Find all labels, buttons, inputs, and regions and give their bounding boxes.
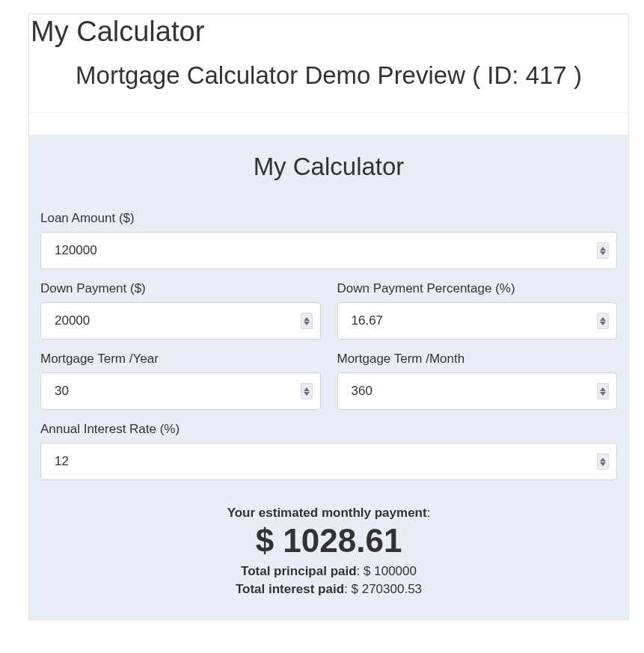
total-principal-value: : $ 100000 — [357, 564, 417, 578]
loan-amount-input-wrap[interactable] — [40, 232, 617, 269]
header-block: My Calculator Mortgage Calculator Demo P… — [29, 14, 628, 112]
total-interest-line: Total interest paid: $ 270300.53 — [40, 582, 617, 597]
loan-amount-input[interactable] — [55, 243, 603, 258]
term-month-field: Mortgage Term /Month — [337, 352, 618, 410]
term-year-label: Mortgage Term /Year — [40, 352, 321, 367]
page-subtitle: Mortgage Calculator Demo Preview ( ID: 4… — [29, 61, 628, 90]
calculator-panel: My Calculator Loan Amount ($) Down Payme… — [29, 135, 628, 619]
interest-rate-label: Annual Interest Rate (%) — [40, 422, 617, 437]
calculator-title: My Calculator — [40, 153, 617, 181]
term-month-label: Mortgage Term /Month — [337, 352, 618, 367]
interest-rate-field: Annual Interest Rate (%) — [40, 422, 617, 480]
spinner-icon[interactable] — [301, 313, 313, 329]
spinner-icon[interactable] — [597, 313, 609, 329]
separator — [29, 112, 628, 135]
monthly-payment-amount: $ 1028.61 — [40, 522, 617, 560]
down-payment-label: Down Payment ($) — [40, 281, 321, 296]
monthly-payment-label: Your estimated monthly payment: — [40, 506, 617, 521]
term-month-input[interactable] — [352, 384, 604, 399]
result-block: Your estimated monthly payment: $ 1028.6… — [40, 506, 617, 597]
monthly-payment-label-colon: : — [427, 506, 431, 520]
total-interest-label: Total interest paid — [236, 582, 344, 596]
term-month-input-wrap[interactable] — [337, 373, 618, 410]
total-interest-value: : $ 270300.53 — [344, 582, 422, 596]
term-year-field: Mortgage Term /Year — [40, 352, 321, 410]
term-year-input-wrap[interactable] — [40, 373, 321, 410]
spinner-icon[interactable] — [597, 383, 609, 399]
spinner-icon[interactable] — [597, 453, 609, 470]
down-payment-pct-label: Down Payment Percentage (%) — [337, 281, 618, 296]
page-title: My Calculator — [29, 14, 628, 48]
spinner-icon[interactable] — [301, 383, 313, 399]
monthly-payment-label-bold: Your estimated monthly payment — [227, 506, 427, 520]
term-year-input[interactable] — [55, 384, 307, 399]
spinner-icon[interactable] — [597, 242, 609, 259]
total-principal-label: Total principal paid — [241, 564, 357, 578]
total-principal-line: Total principal paid: $ 100000 — [40, 564, 617, 579]
calculator-container: My Calculator Mortgage Calculator Demo P… — [28, 13, 629, 620]
down-payment-pct-input-wrap[interactable] — [337, 302, 618, 340]
down-payment-pct-field: Down Payment Percentage (%) — [337, 281, 618, 340]
down-payment-field: Down Payment ($) — [40, 281, 321, 340]
interest-rate-input[interactable] — [55, 454, 603, 469]
loan-amount-label: Loan Amount ($) — [40, 211, 617, 226]
down-payment-input[interactable] — [55, 313, 307, 328]
loan-amount-field: Loan Amount ($) — [40, 211, 617, 269]
down-payment-input-wrap[interactable] — [40, 302, 321, 340]
down-payment-pct-input[interactable] — [352, 313, 604, 328]
interest-rate-input-wrap[interactable] — [40, 443, 617, 480]
